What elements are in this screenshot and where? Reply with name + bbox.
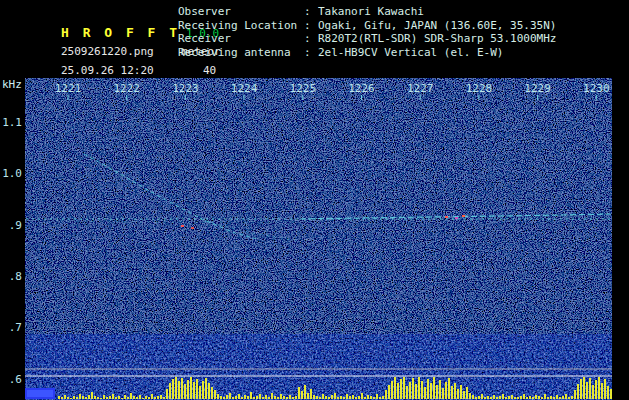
signal-bar [304, 385, 306, 399]
spectrogram: 1221122212231224122512261227122812291230… [0, 76, 629, 400]
signal-bar [571, 396, 573, 399]
signal-bar [388, 385, 390, 399]
info-value: Ogaki, Gifu, JAPAN (136.60E, 35.35N) [318, 19, 556, 33]
signal-bar [457, 389, 459, 399]
signal-bar [463, 391, 465, 399]
signal-bar [538, 396, 540, 399]
signal-bar [364, 397, 366, 399]
signal-bar [298, 387, 300, 399]
signal-bar [106, 397, 108, 399]
signal-bar [115, 397, 117, 399]
signal-bar [178, 381, 180, 399]
header-left-block: H R O F F T1.0.0 2509261220.pngmeteor 25… [8, 4, 180, 61]
signal-bar [493, 395, 495, 399]
signal-bar [460, 385, 462, 399]
signal-bar [499, 396, 501, 399]
signal-bar [262, 397, 264, 399]
station-info-row: Receiver:R820T2(RTL-SDR) SDR-Sharp 53.10… [178, 32, 556, 46]
saturation-block [25, 388, 55, 399]
signal-bar [61, 397, 63, 399]
header-bar: H R O F F T1.0.0 2509261220.pngmeteor 25… [0, 0, 629, 76]
signal-bar [559, 397, 561, 399]
signal-bar [556, 395, 558, 399]
signal-bar [580, 379, 582, 399]
signal-bar [568, 397, 570, 399]
signal-bar [127, 397, 129, 399]
signal-bar [508, 396, 510, 399]
signal-bar [586, 382, 588, 399]
signal-bar [214, 390, 216, 399]
signal-bar [199, 386, 201, 399]
signal-bar [277, 397, 279, 399]
signal-bar [202, 381, 204, 399]
signal-bar [469, 393, 471, 399]
signal-bar [85, 397, 87, 399]
signal-bar [187, 380, 189, 399]
signal-bar [157, 396, 159, 399]
signal-bar [250, 392, 252, 399]
signal-bar [235, 396, 237, 399]
signal-bar [88, 395, 90, 399]
signal-bar [382, 396, 384, 399]
signal-bar [409, 382, 411, 399]
signal-bar [124, 395, 126, 399]
signal-bar [208, 383, 210, 399]
signal-bar [490, 397, 492, 399]
signal-bar [223, 397, 225, 399]
hrofft-window: H R O F F T1.0.0 2509261220.pngmeteor 25… [0, 0, 629, 400]
info-label: Receiving Location [178, 19, 304, 33]
signal-bar [595, 380, 597, 399]
time-tick-label: 1228 [466, 82, 493, 95]
signal-bar [589, 378, 591, 399]
signal-bar [451, 386, 453, 399]
signal-bar [265, 395, 267, 399]
signal-bar [100, 398, 102, 399]
app-title: H R O F F T [61, 25, 180, 40]
signal-bar [526, 397, 528, 399]
signal-bar [205, 378, 207, 399]
signal-bar [163, 397, 165, 399]
signal-bar [247, 396, 249, 399]
signal-bar [391, 381, 393, 399]
signal-bar [175, 377, 177, 399]
signal-bar [112, 394, 114, 399]
station-info-row: Observer:Takanori Kawachi [178, 5, 556, 19]
signal-bar [118, 396, 120, 399]
signal-bar [154, 397, 156, 399]
signal-bar [610, 389, 612, 399]
signal-bar [256, 396, 258, 399]
signal-bar [583, 377, 585, 399]
signal-bar [229, 393, 231, 399]
signal-bar [484, 397, 486, 399]
signal-bar [349, 396, 351, 399]
station-info-row: Receiving Location:Ogaki, Gifu, JAPAN (1… [178, 19, 556, 33]
signal-bar [439, 380, 441, 399]
signal-bar [415, 384, 417, 399]
signal-bar [448, 378, 450, 399]
signal-bar [442, 388, 444, 399]
info-colon: : [304, 5, 318, 19]
time-tick-label: 1223 [172, 82, 199, 95]
signal-bar [64, 395, 66, 399]
signal-bar [181, 378, 183, 399]
signal-bar [139, 395, 141, 399]
signal-bar [604, 379, 606, 399]
signal-bar [130, 393, 132, 399]
signal-bar [325, 396, 327, 399]
signal-bar [244, 395, 246, 399]
time-tick-label: 1229 [524, 82, 551, 95]
signal-bar [184, 384, 186, 399]
signal-bar [322, 394, 324, 399]
signal-bar [151, 394, 153, 399]
signal-bar [565, 394, 567, 399]
signal-bar [535, 395, 537, 399]
time-tick-label: 1227 [407, 82, 434, 95]
signal-bar [148, 397, 150, 399]
info-label: Observer [178, 5, 304, 19]
signal-bar [550, 396, 552, 399]
signal-bar [190, 377, 192, 399]
signal-bar [133, 396, 135, 399]
signal-bar [481, 394, 483, 399]
signal-bar [136, 397, 138, 399]
signal-bar [532, 397, 534, 399]
